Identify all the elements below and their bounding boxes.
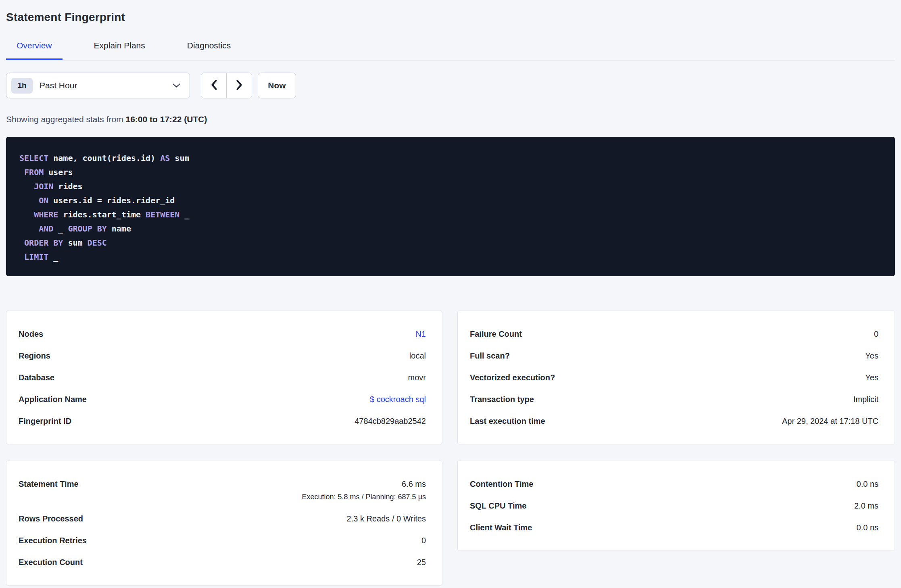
row-subvalue: Execution: 5.8 ms / Planning: 687.5 µs [302, 491, 426, 503]
row-value: 0 [421, 535, 426, 546]
row-value: Yes [865, 372, 878, 383]
table-row: Vectorized execution? Yes [470, 372, 878, 383]
table-row: Last execution time Apr 29, 2024 at 17:1… [470, 415, 878, 427]
row-label: Failure Count [470, 328, 522, 340]
summary-cards-row-1: Nodes N1 Regions local Database movr App… [6, 311, 895, 444]
row-value: 6.6 ms [402, 478, 426, 490]
time-toolbar: 1h Past Hour Now [6, 73, 895, 98]
row-label: Database [19, 372, 54, 383]
row-label: Statement Time [19, 478, 79, 490]
row-value: 0.0 ns [857, 522, 878, 533]
time-range-badge: 1h [11, 78, 33, 94]
table-row: Failure Count 0 [470, 328, 878, 340]
aggregated-stats-prefix: Showing aggregated stats from [6, 115, 126, 124]
row-value: local [409, 350, 426, 361]
tab-overview[interactable]: Overview [6, 40, 63, 60]
row-label: Fingerprint ID [19, 415, 71, 427]
table-row: Rows Processed 2.3 k Reads / 0 Writes [19, 513, 426, 524]
table-row: Statement Time 6.6 ms Execution: 5.8 ms … [19, 478, 426, 503]
sql-statement-box: SELECT name, count(rides.id) AS sum FROM… [6, 137, 895, 276]
table-row: Contention Time 0.0 ns [470, 478, 878, 490]
row-value: 0.0 ns [857, 478, 878, 490]
statement-timings-card: Statement Time 6.6 ms Execution: 5.8 ms … [6, 461, 442, 586]
row-label: Execution Retries [19, 535, 87, 546]
row-value: 0 [874, 328, 878, 340]
row-label: Last execution time [470, 415, 545, 427]
statement-details-card: Nodes N1 Regions local Database movr App… [6, 311, 442, 444]
table-row: Execution Count 25 [19, 557, 426, 568]
sql-line: JOIN rides [19, 179, 882, 194]
statement-fingerprint-page: Statement Fingerprint Overview Explain P… [0, 0, 901, 588]
row-value: 25 [417, 557, 426, 568]
table-row: Client Wait Time 0.0 ns [470, 522, 878, 533]
row-label: Rows Processed [19, 513, 83, 524]
nodes-link[interactable]: N1 [415, 328, 426, 340]
tab-diagnostics[interactable]: Diagnostics [177, 40, 242, 60]
page-title: Statement Fingerprint [6, 0, 895, 24]
table-row: Fingerprint ID 4784cb829aab2542 [19, 415, 426, 427]
next-time-button[interactable] [226, 73, 252, 98]
table-row: SQL CPU Time 2.0 ms [470, 500, 878, 511]
chevron-right-icon [236, 79, 243, 92]
summary-cards-row-2: Statement Time 6.6 ms Execution: 5.8 ms … [6, 461, 895, 586]
row-label: Full scan? [470, 350, 510, 361]
row-value: 2.0 ms [854, 500, 878, 511]
sql-line: ON users.id = rides.rider_id [19, 194, 882, 208]
table-row: Database movr [19, 372, 426, 383]
execution-attributes-card: Failure Count 0 Full scan? Yes Vectorize… [457, 311, 895, 444]
row-label: Execution Count [19, 557, 83, 568]
sql-line: AND _ GROUP BY name [19, 222, 882, 236]
row-label: SQL CPU Time [470, 500, 526, 511]
table-row: Regions local [19, 350, 426, 361]
row-value: 4784cb829aab2542 [355, 415, 426, 427]
sql-line: SELECT name, count(rides.id) AS sum [19, 151, 882, 165]
row-label: Client Wait Time [470, 522, 532, 533]
row-value: Implicit [853, 394, 878, 405]
row-label: Nodes [19, 328, 43, 340]
chevron-left-icon [211, 79, 217, 92]
tab-explain-plans[interactable]: Explain Plans [83, 40, 156, 60]
previous-time-button[interactable] [201, 73, 226, 98]
row-value: 2.3 k Reads / 0 Writes [347, 513, 426, 524]
row-label: Vectorized execution? [470, 372, 555, 383]
row-value: Yes [865, 350, 878, 361]
row-value: Apr 29, 2024 at 17:18 UTC [782, 415, 878, 427]
row-value-group: 6.6 ms Execution: 5.8 ms / Planning: 687… [302, 478, 426, 503]
sql-line: FROM users [19, 165, 882, 179]
tab-bar: Overview Explain Plans Diagnostics [6, 40, 895, 60]
wait-times-card: Contention Time 0.0 ns SQL CPU Time 2.0 … [457, 461, 895, 551]
time-step-buttons [201, 73, 252, 98]
row-value: movr [408, 372, 426, 383]
sql-line: WHERE rides.start_time BETWEEN _ [19, 208, 882, 222]
table-row: Application Name $ cockroach sql [19, 394, 426, 405]
sql-line: LIMIT _ [19, 250, 882, 264]
table-row: Execution Retries 0 [19, 535, 426, 546]
table-row: Nodes N1 [19, 328, 426, 340]
sql-line: ORDER BY sum DESC [19, 236, 882, 250]
time-range-picker[interactable]: 1h Past Hour [6, 73, 190, 98]
row-label: Application Name [19, 394, 87, 405]
row-label: Contention Time [470, 478, 533, 490]
now-button[interactable]: Now [258, 73, 296, 98]
chevron-down-icon [172, 83, 181, 88]
application-name-link[interactable]: $ cockroach sql [370, 394, 426, 405]
table-row: Transaction type Implicit [470, 394, 878, 405]
row-label: Transaction type [470, 394, 534, 405]
table-row: Full scan? Yes [470, 350, 878, 361]
aggregated-stats-summary: Showing aggregated stats from 16:00 to 1… [6, 114, 895, 125]
aggregated-stats-range: 16:00 to 17:22 (UTC) [126, 115, 207, 124]
row-label: Regions [19, 350, 50, 361]
time-range-label: Past Hour [40, 81, 77, 90]
